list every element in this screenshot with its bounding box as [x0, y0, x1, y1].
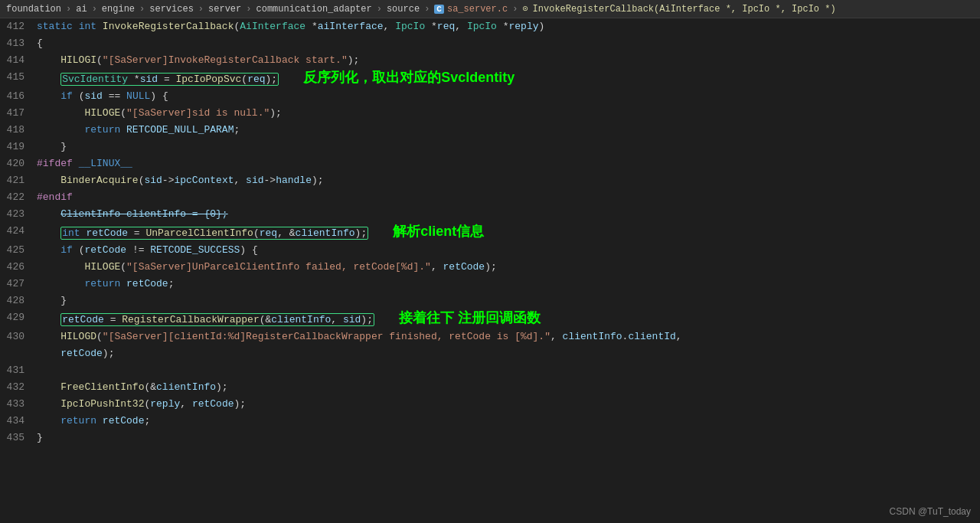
code-line-431: 431	[0, 362, 980, 379]
code-line-415: 415 SvcIdentity *sid = IpcIoPopSvc(req);…	[0, 69, 980, 88]
code-line-426: 426 HILOGE("[SaServer]UnParcelClientInfo…	[0, 259, 980, 276]
code-line-422: 422 #endif	[0, 189, 980, 206]
func-icon: ⊙	[522, 3, 528, 15]
breadcrumb-ai[interactable]: ai	[76, 4, 87, 15]
watermark: CSDN @TuT_today	[890, 506, 971, 517]
file-type-icon: C	[434, 5, 444, 14]
code-line-425: 425 if (retCode != RETCODE_SUCCESS) {	[0, 242, 980, 259]
code-line-418: 418 return RETCODE_NULL_PARAM;	[0, 122, 980, 139]
breadcrumb-func[interactable]: InvokeRegisterCallback(AiInterface *, Ip…	[533, 4, 836, 15]
breadcrumb-file[interactable]: sa_server.c	[447, 4, 508, 15]
code-line-419: 419 }	[0, 139, 980, 155]
code-area: 412 static int InvokeRegisterCallback(Ai…	[0, 18, 980, 523]
breadcrumb-foundation[interactable]: foundation	[6, 4, 61, 15]
code-line-434: 434 return retCode;	[0, 413, 980, 430]
code-line-423: 423 ClientInfo clientInfo = {0};	[0, 206, 980, 223]
code-line-421: 421 BinderAcquire(sid->ipcContext, sid->…	[0, 172, 980, 189]
code-line-413: 413 {	[0, 35, 980, 52]
breadcrumb-services[interactable]: services	[149, 4, 194, 15]
code-line-433: 433 IpcIoPushInt32(reply, retCode);	[0, 396, 980, 413]
breadcrumb-engine[interactable]: engine	[102, 4, 135, 15]
code-line-427: 427 return retCode;	[0, 276, 980, 293]
breadcrumb-bar: foundation › ai › engine › services › se…	[0, 0, 980, 18]
code-line-430b: retCode);	[0, 345, 980, 362]
code-line-420: 420 #ifdef __LINUX__	[0, 155, 980, 172]
code-line-414: 414 HILOGI("[SaServer]InvokeRegisterCall…	[0, 52, 980, 69]
code-line-417: 417 HILOGE("[SaServer]sid is null.");	[0, 105, 980, 122]
code-line-429: 429 retCode = RegisterCallbackWrapper(&c…	[0, 309, 980, 329]
code-line-428: 428 }	[0, 293, 980, 309]
breadcrumb-comm[interactable]: communication_adapter	[256, 4, 371, 15]
code-line-424: 424 int retCode = UnParcelClientInfo(req…	[0, 223, 980, 242]
breadcrumb-server[interactable]: server	[208, 4, 241, 15]
code-line-430: 430 HILOGD("[SaServer][clientId:%d]Regis…	[0, 329, 980, 345]
code-line-432: 432 FreeClientInfo(&clientInfo);	[0, 379, 980, 396]
breadcrumb-source[interactable]: source	[387, 4, 420, 15]
code-line-416: 416 if (sid == NULL) {	[0, 88, 980, 105]
code-line-412: 412 static int InvokeRegisterCallback(Ai…	[0, 18, 980, 35]
code-line-435: 435 }	[0, 430, 980, 446]
